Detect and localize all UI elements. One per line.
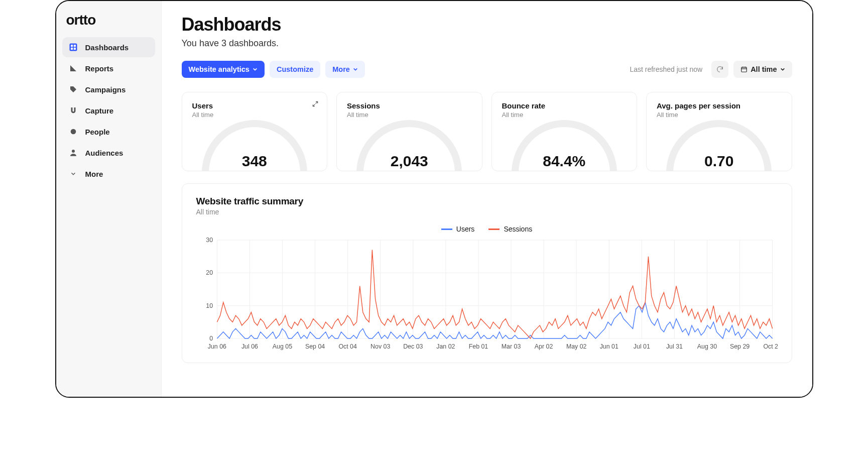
dashboard-selector-button[interactable]: Website analytics [182, 61, 265, 78]
svg-text:Oct 04: Oct 04 [338, 343, 357, 350]
traffic-title: Website traffic summary [196, 196, 778, 207]
legend-item-sessions: Sessions [488, 225, 532, 233]
svg-text:0: 0 [209, 335, 213, 342]
sidebar-item-label: Audiences [85, 149, 123, 157]
dashboard-icon [68, 42, 78, 52]
kpi-row: UsersAll time348SessionsAll time2,043Bou… [182, 92, 792, 171]
svg-rect-1 [71, 45, 73, 47]
main-content: Dashboards You have 3 dashboards. Websit… [162, 1, 812, 397]
refresh-button[interactable] [711, 61, 728, 78]
sidebar-nav: DashboardsReportsCampaignsCapturePeopleA… [62, 37, 155, 184]
svg-text:Jun 01: Jun 01 [599, 343, 618, 350]
svg-text:Sep 04: Sep 04 [305, 343, 324, 350]
kpi-value: 2,043 [347, 153, 472, 170]
refresh-icon [716, 65, 724, 73]
svg-text:Mar 03: Mar 03 [501, 343, 521, 350]
sidebar: ortto DashboardsReportsCampaignsCaptureP… [56, 1, 162, 397]
sidebar-item-label: People [85, 128, 110, 136]
time-range-button[interactable]: All time [733, 61, 792, 78]
sidebar-item-label: Reports [85, 64, 114, 73]
kpi-gauge: 348 [192, 123, 317, 171]
traffic-chart: 0102030Jun 06Jul 06Aug 05Sep 04Oct 04Nov… [196, 237, 778, 353]
sidebar-item-label: Dashboards [85, 43, 129, 52]
svg-text:20: 20 [206, 270, 213, 277]
svg-rect-3 [71, 48, 73, 50]
kpi-title: Sessions [347, 101, 472, 110]
kpi-subtitle: All time [192, 111, 317, 119]
kpi-card-users[interactable]: UsersAll time348 [182, 92, 328, 171]
sidebar-item-reports[interactable]: Reports [62, 58, 155, 78]
page-title: Dashboards [182, 14, 792, 35]
sidebar-item-audiences[interactable]: Audiences [62, 143, 155, 163]
svg-text:Sep 29: Sep 29 [729, 343, 749, 350]
svg-rect-2 [73, 45, 75, 47]
chevron-down-icon [780, 67, 785, 72]
customize-button[interactable]: Customize [270, 61, 320, 78]
kpi-gauge: 2,043 [347, 123, 472, 171]
refresh-status-text: Last refreshed just now [630, 65, 702, 73]
sidebar-item-campaigns[interactable]: Campaigns [62, 79, 155, 99]
svg-rect-4 [73, 48, 75, 50]
svg-text:Jan 02: Jan 02 [436, 343, 455, 350]
kpi-title: Bounce rate [502, 101, 627, 110]
sidebar-item-capture[interactable]: Capture [62, 100, 155, 121]
kpi-value: 0.70 [657, 153, 782, 170]
kpi-gauge: 84.4% [502, 123, 627, 171]
kpi-subtitle: All time [657, 111, 782, 119]
toolbar: Website analytics Customize More Last re… [182, 61, 792, 78]
legend-swatch-users [441, 228, 452, 230]
dashboard-selector-label: Website analytics [189, 65, 250, 73]
svg-point-5 [70, 129, 76, 135]
svg-rect-0 [69, 44, 77, 51]
kpi-subtitle: All time [502, 111, 627, 119]
legend-swatch-sessions [488, 228, 500, 230]
magnet-icon [68, 105, 78, 116]
traffic-summary-card: Website traffic summary All time Users S… [182, 183, 792, 363]
svg-text:Nov 03: Nov 03 [370, 343, 390, 350]
app-window: ortto DashboardsReportsCampaignsCaptureP… [55, 0, 813, 398]
kpi-card-avg-pages-per-session[interactable]: Avg. pages per sessionAll time0.70 [646, 92, 792, 171]
page-subtitle: You have 3 dashboards. [182, 38, 792, 49]
svg-text:Oct 29: Oct 29 [763, 343, 778, 350]
triangle-icon [68, 63, 78, 73]
svg-text:Apr 02: Apr 02 [534, 343, 553, 350]
more-button[interactable]: More [325, 61, 365, 78]
svg-point-6 [72, 150, 75, 153]
svg-text:Jul 06: Jul 06 [241, 343, 258, 350]
tag-icon [68, 84, 78, 94]
legend-item-users: Users [441, 225, 475, 233]
svg-text:Aug 30: Aug 30 [697, 343, 716, 350]
sidebar-item-more[interactable]: More [62, 164, 155, 184]
person-icon [68, 148, 78, 158]
svg-text:Jul 01: Jul 01 [633, 343, 650, 350]
expand-icon[interactable] [312, 100, 319, 109]
sidebar-item-label: Campaigns [85, 85, 126, 94]
svg-text:10: 10 [206, 302, 213, 309]
kpi-title: Avg. pages per session [657, 101, 782, 110]
kpi-value: 348 [192, 153, 317, 170]
kpi-gauge: 0.70 [657, 123, 782, 171]
kpi-title: Users [192, 101, 317, 110]
sidebar-item-people[interactable]: People [62, 122, 155, 142]
sidebar-item-label: More [85, 170, 103, 178]
kpi-card-bounce-rate[interactable]: Bounce rateAll time84.4% [491, 92, 638, 171]
kpi-value: 84.4% [502, 153, 627, 170]
sidebar-item-label: Capture [85, 106, 114, 115]
legend-label-sessions: Sessions [504, 225, 532, 233]
svg-text:30: 30 [206, 237, 213, 244]
calendar-icon [740, 66, 748, 73]
svg-text:Aug 05: Aug 05 [272, 343, 292, 350]
chevron-down-icon [68, 169, 78, 179]
svg-rect-7 [741, 67, 747, 72]
more-button-label: More [332, 65, 350, 73]
legend-label-users: Users [456, 225, 475, 233]
sidebar-item-dashboards[interactable]: Dashboards [62, 37, 155, 57]
svg-text:Feb 01: Feb 01 [468, 343, 488, 350]
traffic-subtitle: All time [196, 208, 778, 216]
kpi-card-sessions[interactable]: SessionsAll time2,043 [336, 92, 482, 171]
brand-logo: ortto [62, 10, 155, 37]
svg-text:Dec 03: Dec 03 [403, 343, 423, 350]
chevron-down-icon [353, 67, 358, 72]
svg-text:Jul 31: Jul 31 [666, 343, 682, 350]
circle-icon [68, 127, 78, 137]
